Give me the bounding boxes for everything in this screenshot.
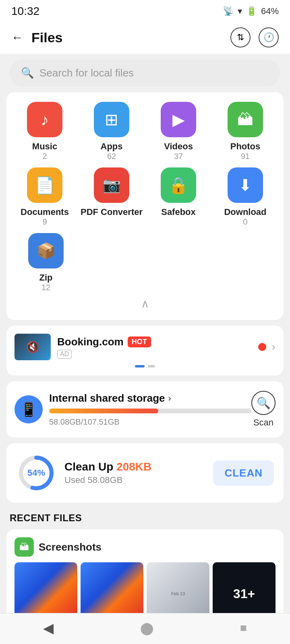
nav-back-button[interactable]: ◀ [43, 620, 54, 636]
scan-label: Scan [253, 417, 273, 428]
zip-icon-bg: 📦 [28, 233, 64, 268]
search-icon: 🔍 [21, 67, 34, 79]
search-bar[interactable]: 🔍 Search for local files [10, 60, 280, 87]
photos-count: 91 [241, 152, 250, 161]
storage-card: 📱 Internal shared storage › 58.08GB/107.… [6, 381, 284, 438]
documents-icon: 📄 [35, 176, 55, 195]
cleanup-percent-text: 54% [16, 453, 56, 493]
ad-thumbnail: 🔇 [14, 334, 51, 360]
screenshots-folder-icon: 🏔 [14, 537, 34, 557]
categories-card: ♪ Music 2 ⊞ Apps 62 ▶ Videos 37 🏔 Photo [6, 92, 284, 320]
status-time: 10:32 [11, 5, 39, 18]
pdf-icon: 📷 [103, 177, 121, 194]
safebox-icon-bg: 🔒 [161, 167, 196, 203]
history-button[interactable]: 🕐 [259, 27, 279, 47]
header: ← Files ⇅ 🕐 [0, 21, 290, 54]
videos-icon-bg: ▶ [161, 102, 196, 137]
page-title: Files [31, 30, 62, 45]
nav-home-button[interactable]: ⬤ [140, 621, 154, 635]
music-label: Music [32, 141, 57, 152]
ad-label: AD [57, 350, 72, 359]
back-button[interactable]: ← [11, 31, 23, 44]
category-download[interactable]: ⬇ Download 0 [213, 167, 277, 227]
ad-info: Booking.com HOT AD [57, 336, 252, 359]
cleanup-size-highlight: 208KB [116, 460, 151, 473]
notification-dot [258, 343, 266, 351]
download-icon: ⬇ [238, 176, 252, 194]
sort-button[interactable]: ⇅ [230, 27, 251, 47]
music-icon: ♪ [41, 111, 49, 129]
category-apps[interactable]: ⊞ Apps 62 [80, 102, 143, 161]
category-safebox[interactable]: 🔒 Safebox [147, 167, 210, 227]
pdf-icon-bg: 📷 [94, 167, 129, 203]
sort-icon: ⇅ [237, 32, 244, 43]
photo-icon: 🏔 [19, 541, 29, 553]
screenshots-folder-header[interactable]: 🏔 Screenshots [14, 537, 276, 557]
category-videos[interactable]: ▶ Videos 37 [147, 102, 210, 161]
scan-button[interactable]: 🔍 Scan [251, 391, 276, 428]
videos-icon: ▶ [172, 110, 185, 129]
ad-dot-1 [135, 365, 145, 367]
phone-storage-icon: 📱 [14, 395, 43, 423]
storage-usage-text: 58.08GB/107.51GB [49, 417, 120, 426]
categories-grid: ♪ Music 2 ⊞ Apps 62 ▶ Videos 37 🏔 Photo [13, 102, 277, 227]
chevron-right-icon: › [272, 341, 276, 353]
battery-text: 64% [261, 6, 279, 17]
category-zip[interactable]: 📦 Zip 12 [13, 233, 79, 292]
recent-files-header: RECENT FILES [0, 508, 290, 529]
storage-bar-fill [49, 409, 158, 413]
storage-progress-bar [49, 409, 251, 413]
safebox-icon: 🔒 [168, 176, 188, 195]
category-photos[interactable]: 🏔 Photos 91 [213, 102, 277, 161]
nav-recents-button[interactable]: ■ [240, 621, 247, 634]
storage-info: 📱 Internal shared storage › 58.08GB/107.… [14, 392, 251, 427]
photos-icon: 🏔 [237, 111, 253, 129]
download-label: Download [224, 207, 266, 217]
cleanup-info: Clean Up 208KB Used 58.08GB [64, 460, 205, 485]
category-documents[interactable]: 📄 Documents 9 [13, 167, 77, 227]
cleanup-used-text: Used 58.08GB [64, 475, 205, 485]
documents-label: Documents [21, 207, 69, 217]
download-count: 0 [243, 217, 247, 227]
apps-count: 62 [107, 152, 116, 161]
storage-details[interactable]: Internal shared storage › 58.08GB/107.51… [49, 392, 251, 427]
chevron-up-icon: ∧ [141, 297, 149, 310]
wifi-icon: ▾ [238, 6, 242, 17]
clean-button[interactable]: CLEAN [213, 460, 274, 486]
category-pdf-converter[interactable]: 📷 PDF Converter [80, 167, 143, 227]
screenshots-folder-name: Screenshots [39, 541, 102, 553]
download-icon-bg: ⬇ [228, 167, 263, 203]
music-count: 2 [42, 152, 47, 161]
pdf-label: PDF Converter [81, 207, 143, 217]
collapse-indicator[interactable]: ∧ [13, 297, 277, 310]
cast-icon: 📡 [223, 6, 234, 17]
apps-label: Apps [101, 141, 123, 152]
storage-title: Internal shared storage › [49, 392, 251, 405]
safebox-label: Safebox [161, 207, 196, 217]
ad-pagination-dots [14, 365, 276, 367]
ad-right: › [258, 341, 276, 353]
documents-icon-bg: 📄 [27, 167, 62, 203]
battery-icon: 🔋 [246, 6, 257, 17]
documents-count: 9 [42, 217, 47, 227]
phone-icon: 📱 [20, 401, 37, 417]
header-actions: ⇅ 🕐 [230, 27, 279, 47]
zip-icon: 📦 [37, 242, 56, 260]
category-music[interactable]: ♪ Music 2 [13, 102, 77, 161]
search-placeholder-text: Search for local files [39, 67, 134, 79]
cleanup-donut: 54% [16, 453, 56, 493]
hot-badge: HOT [128, 336, 151, 347]
videos-label: Videos [164, 141, 193, 152]
more-count-text: 31+ [233, 586, 255, 601]
scan-icon-circle: 🔍 [251, 391, 276, 415]
photos-icon-bg: 🏔 [228, 102, 263, 137]
photos-label: Photos [230, 141, 261, 152]
history-icon: 🕐 [263, 32, 274, 43]
status-icons: 📡 ▾ 🔋 64% [223, 6, 279, 17]
ad-card[interactable]: 🔇 Booking.com HOT AD › [6, 326, 284, 376]
status-bar: 10:32 📡 ▾ 🔋 64% [0, 0, 290, 21]
ad-title: Booking.com [57, 336, 124, 348]
bottom-nav: ◀ ⬤ ■ [0, 613, 290, 644]
cleanup-title: Clean Up 208KB [64, 460, 205, 473]
videos-count: 37 [174, 152, 183, 161]
